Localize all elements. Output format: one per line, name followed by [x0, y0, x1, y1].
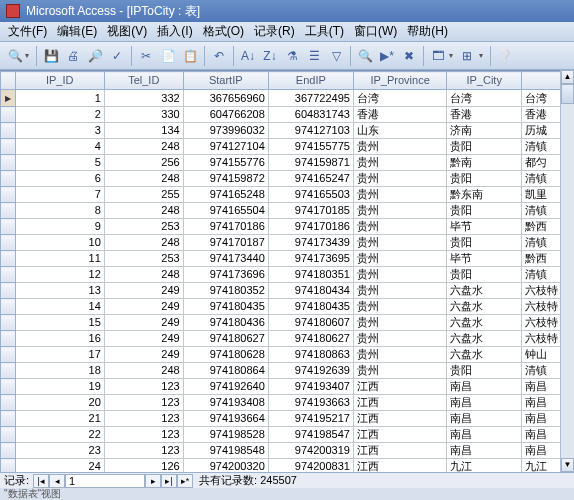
new-obj-button[interactable]: ⊞: [458, 46, 486, 66]
cell-startip[interactable]: 974159872: [183, 171, 268, 187]
cell-city[interactable]: 贵阳: [447, 171, 522, 187]
cell-province[interactable]: 香港: [353, 107, 446, 123]
cell-tel-id[interactable]: 248: [104, 203, 183, 219]
cut-button[interactable]: ✂: [136, 46, 156, 66]
help-button[interactable]: ❔: [495, 46, 515, 66]
cell-city[interactable]: 黔南: [447, 155, 522, 171]
cell-ip-id[interactable]: 10: [15, 235, 104, 251]
row-selector[interactable]: [1, 139, 16, 155]
cell-endip[interactable]: 974180435: [268, 299, 353, 315]
cell-city[interactable]: 济南: [447, 123, 522, 139]
cell-startip[interactable]: 973996032: [183, 123, 268, 139]
cell-province[interactable]: 贵州: [353, 235, 446, 251]
cell-tel-id[interactable]: 123: [104, 379, 183, 395]
nav-next-button[interactable]: ▸: [145, 474, 161, 488]
table-row[interactable]: 16249974180627974180627贵州六盘水六枝特: [1, 331, 574, 347]
cell-province[interactable]: 贵州: [353, 171, 446, 187]
cell-province[interactable]: 贵州: [353, 219, 446, 235]
cell-endip[interactable]: 974155775: [268, 139, 353, 155]
cell-ip-id[interactable]: 15: [15, 315, 104, 331]
cell-startip[interactable]: 974170187: [183, 235, 268, 251]
vertical-scrollbar[interactable]: ▲ ▼: [560, 70, 574, 472]
cell-endip[interactable]: 974165503: [268, 187, 353, 203]
table-row[interactable]: 11253974173440974173695贵州毕节黔西: [1, 251, 574, 267]
cell-city[interactable]: 南昌: [447, 411, 522, 427]
cell-startip[interactable]: 974180436: [183, 315, 268, 331]
cell-city[interactable]: 六盘水: [447, 347, 522, 363]
table-row[interactable]: 12248974173696974180351贵州贵阳清镇: [1, 267, 574, 283]
find-button[interactable]: 🔍: [355, 46, 375, 66]
view-button[interactable]: 🔍: [4, 46, 32, 66]
cell-endip[interactable]: 974193663: [268, 395, 353, 411]
filter-form-button[interactable]: ☰: [304, 46, 324, 66]
cell-startip[interactable]: 974192640: [183, 379, 268, 395]
cell-province[interactable]: 台湾: [353, 90, 446, 107]
table-row[interactable]: 19123974192640974193407江西南昌南昌: [1, 379, 574, 395]
undo-button[interactable]: ↶: [209, 46, 229, 66]
cell-startip[interactable]: 974200320: [183, 459, 268, 473]
delete-rec-button[interactable]: ✖: [399, 46, 419, 66]
nav-current-record[interactable]: 1: [65, 474, 145, 488]
col-city[interactable]: IP_City: [447, 72, 522, 90]
row-selector[interactable]: [1, 219, 16, 235]
cell-tel-id[interactable]: 255: [104, 187, 183, 203]
table-row[interactable]: 24126974200320974200831江西九江九江: [1, 459, 574, 473]
cell-endip[interactable]: 974198547: [268, 427, 353, 443]
scroll-up-button[interactable]: ▲: [561, 70, 574, 84]
row-selector[interactable]: [1, 331, 16, 347]
cell-ip-id[interactable]: 8: [15, 203, 104, 219]
cell-tel-id[interactable]: 249: [104, 283, 183, 299]
cell-startip[interactable]: 974180627: [183, 331, 268, 347]
cell-tel-id[interactable]: 249: [104, 299, 183, 315]
cell-endip[interactable]: 974180627: [268, 331, 353, 347]
cell-ip-id[interactable]: 1: [15, 90, 104, 107]
cell-tel-id[interactable]: 123: [104, 443, 183, 459]
print-button[interactable]: 🖨: [63, 46, 83, 66]
cell-endip[interactable]: 974200831: [268, 459, 353, 473]
cell-province[interactable]: 贵州: [353, 347, 446, 363]
row-selector[interactable]: [1, 235, 16, 251]
cell-endip[interactable]: 974180351: [268, 267, 353, 283]
cell-ip-id[interactable]: 12: [15, 267, 104, 283]
save-button[interactable]: 💾: [41, 46, 61, 66]
row-selector[interactable]: [1, 379, 16, 395]
new-rec-button[interactable]: ▶*: [377, 46, 397, 66]
col-ip-id[interactable]: IP_ID: [15, 72, 104, 90]
table-row[interactable]: 17249974180628974180863贵州六盘水钟山: [1, 347, 574, 363]
cell-ip-id[interactable]: 2: [15, 107, 104, 123]
cell-province[interactable]: 贵州: [353, 299, 446, 315]
cell-ip-id[interactable]: 6: [15, 171, 104, 187]
scroll-thumb[interactable]: [561, 84, 574, 104]
row-selector[interactable]: [1, 155, 16, 171]
cell-tel-id[interactable]: 248: [104, 363, 183, 379]
table-row[interactable]: 2330604766208604831743香港香港香港: [1, 107, 574, 123]
table-row[interactable]: 4248974127104974155775贵州贵阳清镇: [1, 139, 574, 155]
cell-startip[interactable]: 367656960: [183, 90, 268, 107]
cell-startip[interactable]: 974170186: [183, 219, 268, 235]
cell-endip[interactable]: 974165247: [268, 171, 353, 187]
cell-tel-id[interactable]: 134: [104, 123, 183, 139]
table-row[interactable]: 15249974180436974180607贵州六盘水六枝特: [1, 315, 574, 331]
cell-endip[interactable]: 974193407: [268, 379, 353, 395]
cell-ip-id[interactable]: 5: [15, 155, 104, 171]
cell-tel-id[interactable]: 248: [104, 171, 183, 187]
cell-startip[interactable]: 974165248: [183, 187, 268, 203]
cell-endip[interactable]: 974173439: [268, 235, 353, 251]
cell-endip[interactable]: 604831743: [268, 107, 353, 123]
cell-city[interactable]: 贵阳: [447, 363, 522, 379]
cell-tel-id[interactable]: 249: [104, 347, 183, 363]
cell-ip-id[interactable]: 16: [15, 331, 104, 347]
copy-button[interactable]: 📄: [158, 46, 178, 66]
print-preview-button[interactable]: 🔎: [85, 46, 105, 66]
cell-city[interactable]: 贵阳: [447, 203, 522, 219]
cell-startip[interactable]: 974173696: [183, 267, 268, 283]
nav-first-button[interactable]: |◂: [33, 474, 49, 488]
row-selector[interactable]: [1, 203, 16, 219]
cell-city[interactable]: 台湾: [447, 90, 522, 107]
cell-startip[interactable]: 974198528: [183, 427, 268, 443]
table-row[interactable]: 22123974198528974198547江西南昌南昌: [1, 427, 574, 443]
table-row[interactable]: 1332367656960367722495台湾台湾台湾: [1, 90, 574, 107]
menu-format[interactable]: 格式(O): [199, 21, 248, 42]
cell-ip-id[interactable]: 7: [15, 187, 104, 203]
table-row[interactable]: 6248974159872974165247贵州贵阳清镇: [1, 171, 574, 187]
